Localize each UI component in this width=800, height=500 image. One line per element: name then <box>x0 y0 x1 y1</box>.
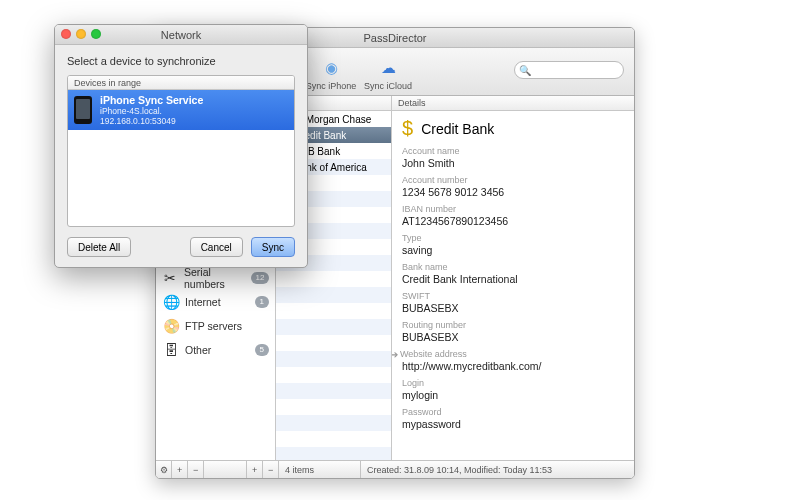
field-label: Website address <box>400 349 467 359</box>
sidebar-add-button[interactable]: + <box>172 461 188 478</box>
field-value[interactable]: http://www.mycreditbank.com/ <box>402 360 624 372</box>
gear-button[interactable]: ⚙ <box>156 461 172 478</box>
field-label: Account name <box>402 146 624 156</box>
network-dialog: Network Select a device to synchronize D… <box>54 24 308 268</box>
count-badge: 12 <box>251 272 269 284</box>
details-title-row: $ Credit Bank <box>402 117 624 140</box>
field-value: saving <box>402 244 624 256</box>
search-field[interactable] <box>534 65 614 76</box>
field-label: Type <box>402 233 624 243</box>
modal-title: Network <box>161 29 201 41</box>
field-value: 1234 5678 9012 3456 <box>402 186 624 198</box>
arrow-icon[interactable]: ➔ <box>392 349 398 360</box>
count-badge: 1 <box>255 296 269 308</box>
field-label: Login <box>402 378 624 388</box>
entry-remove-button[interactable]: − <box>263 461 279 478</box>
device-host: iPhone-4S.local. <box>100 106 203 116</box>
modal-titlebar: Network <box>55 25 307 45</box>
entry-add-button[interactable]: + <box>247 461 263 478</box>
sidebar-item-label: Serial numbers <box>184 266 251 290</box>
field-label: Password <box>402 407 624 417</box>
item-count: 4 items <box>279 461 361 478</box>
device-text: iPhone Sync Service iPhone-4S.local. 192… <box>100 94 203 126</box>
sidebar-item-internet[interactable]: 🌐 Internet 1 <box>156 290 275 314</box>
count-badge: 5 <box>255 344 269 356</box>
sidebar-remove-button[interactable]: − <box>188 461 204 478</box>
wifi-icon: ◉ <box>319 56 343 80</box>
field-value: BUBASEBX <box>402 302 624 314</box>
phone-icon <box>74 96 92 124</box>
field-value: BUBASEBX <box>402 331 624 343</box>
minimize-icon[interactable] <box>76 29 86 39</box>
field-value: AT12345678901234​56 <box>402 215 624 227</box>
field-value: mylogin <box>402 389 624 401</box>
field-label: Routing number <box>402 320 624 330</box>
field-label: SWIFT <box>402 291 624 301</box>
globe-icon: 🌐 <box>162 293 180 311</box>
status-meta: Created: 31.8.09 10:14, Modified: Today … <box>361 461 634 478</box>
sync-iphone-label: Sync iPhone <box>306 81 357 91</box>
details-header: Details <box>392 96 634 111</box>
dollar-icon: $ <box>402 117 413 140</box>
field-value: mypassword <box>402 418 624 430</box>
field-label: Bank name <box>402 262 624 272</box>
status-bar: ⚙ + − + − 4 items Created: 31.8.09 10:14… <box>156 460 634 478</box>
database-icon: 🗄 <box>162 341 180 359</box>
device-list: Devices in range iPhone Sync Service iPh… <box>67 75 295 227</box>
gear-icon: ⚙ <box>160 465 168 475</box>
cloud-icon: ☁ <box>376 56 400 80</box>
modal-prompt: Select a device to synchronize <box>67 55 295 67</box>
search-icon: 🔍 <box>519 65 531 76</box>
details-pane: Details $ Credit Bank Account nameJohn S… <box>392 96 634 460</box>
field-value: John Smith <box>402 157 624 169</box>
device-addr: 192.168.0.10:53049 <box>100 116 203 126</box>
device-name: iPhone Sync Service <box>100 94 203 106</box>
delete-all-button[interactable]: Delete All <box>67 237 131 257</box>
details-title: Credit Bank <box>421 121 494 137</box>
sync-iphone-button[interactable]: ◉ Sync iPhone <box>302 56 360 93</box>
sync-icloud-label: Sync iCloud <box>364 81 412 91</box>
sync-button[interactable]: Sync <box>251 237 295 257</box>
field-label: IBAN number <box>402 204 624 214</box>
sync-icloud-button[interactable]: ☁ Sync iCloud <box>360 56 416 93</box>
device-list-header: Devices in range <box>68 76 294 90</box>
cancel-button[interactable]: Cancel <box>190 237 243 257</box>
sidebar-item-serial-numbers[interactable]: ✂ Serial numbers 12 <box>156 266 275 290</box>
drive-icon: 📀 <box>162 317 180 335</box>
sidebar-item-ftp[interactable]: 📀 FTP servers <box>156 314 275 338</box>
field-value: Credit Bank International <box>402 273 624 285</box>
sidebar-item-label: FTP servers <box>185 320 242 332</box>
device-item[interactable]: iPhone Sync Service iPhone-4S.local. 192… <box>68 90 294 130</box>
modal-window-controls <box>61 29 101 39</box>
sidebar-item-label: Other <box>185 344 211 356</box>
close-icon[interactable] <box>61 29 71 39</box>
tools-icon: ✂ <box>162 269 179 287</box>
zoom-icon[interactable] <box>91 29 101 39</box>
details-body: $ Credit Bank Account nameJohn Smith Acc… <box>392 111 634 460</box>
window-title: PassDirector <box>364 32 427 44</box>
sidebar-item-other[interactable]: 🗄 Other 5 <box>156 338 275 362</box>
sidebar-item-label: Internet <box>185 296 221 308</box>
search-input[interactable]: 🔍 <box>514 61 624 79</box>
modal-body: Select a device to synchronize Devices i… <box>55 45 307 267</box>
field-label: Account number <box>402 175 624 185</box>
modal-button-row: Delete All Cancel Sync <box>67 227 295 257</box>
